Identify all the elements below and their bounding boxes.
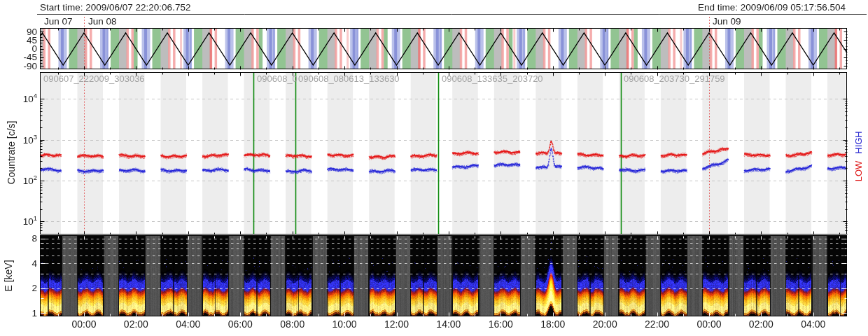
x-tick-label: 00:00 <box>66 319 102 329</box>
file-segment-label: 090608_0 <box>257 74 298 83</box>
file-segment-label: 090607_222009_303036 <box>43 74 145 83</box>
countrate-y-tick-exponent: 3 <box>34 133 37 141</box>
start-time-label: Start time: 2009/06/07 22:20:06.752 <box>40 3 190 13</box>
energy-y-tick-label: 1 <box>8 309 37 318</box>
x-tick-label: 02:00 <box>118 319 154 329</box>
x-tick-label: 00:00 <box>691 319 727 329</box>
x-tick-label: 20:00 <box>587 319 623 329</box>
countrate-y-tick-exponent: 4 <box>34 92 37 99</box>
x-tick-label: 18:00 <box>535 319 571 329</box>
x-tick-label: 02:00 <box>743 319 779 329</box>
energy-y-tick-label: 2 <box>8 284 37 293</box>
x-tick-label: 06:00 <box>222 319 258 329</box>
file-segment-label: 090608_080613_133630 <box>298 74 400 83</box>
x-tick-label: 14:00 <box>430 319 467 329</box>
countrate-y-tick-exponent: 2 <box>34 174 37 181</box>
x-tick-label: 12:00 <box>379 319 415 329</box>
energy-y-tick-label: 8 <box>8 234 37 244</box>
x-tick-label: 08:00 <box>274 319 311 329</box>
x-tick-label: 16:00 <box>482 319 519 329</box>
plot-canvas <box>0 0 868 336</box>
file-segment-label: 090608_203730_291759 <box>624 74 725 83</box>
x-tick-label: 22:00 <box>639 319 676 329</box>
countrate-y-tick-label: 104 <box>8 92 37 104</box>
series-label-low: LOW <box>854 130 863 214</box>
energy-axis-title: E [keV] <box>4 234 13 318</box>
x-tick-label: 04:00 <box>170 319 206 329</box>
countrate-y-tick-label: 102 <box>8 174 37 186</box>
file-segment-label: 090608_133635_203720 <box>442 74 543 83</box>
end-time-label: End time: 2009/06/09 05:17:56.504 <box>665 3 846 13</box>
date-label: Jun 07 <box>44 17 73 27</box>
energy-y-tick-label: 4 <box>8 259 37 269</box>
countrate-y-tick-label: 101 <box>8 215 37 226</box>
date-label: Jun 09 <box>713 17 741 27</box>
orbit-y-tick-label: -90 <box>8 62 37 71</box>
plot-page: Start time: 2009/06/07 22:20:06.752 End … <box>0 0 868 336</box>
x-tick-label: 10:00 <box>326 319 363 329</box>
x-tick-label: 04:00 <box>795 319 832 329</box>
countrate-y-tick-label: 103 <box>8 134 37 145</box>
date-label: Jun 08 <box>88 17 117 27</box>
countrate-y-tick-exponent: 1 <box>34 214 37 222</box>
